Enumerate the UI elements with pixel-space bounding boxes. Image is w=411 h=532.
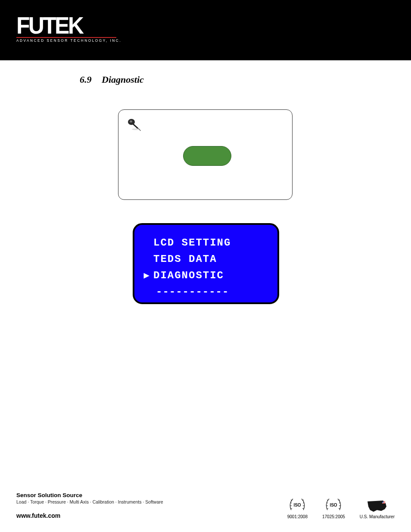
badge-label: U.S. Manufacturer bbox=[360, 514, 395, 519]
svg-point-2 bbox=[132, 128, 140, 130]
badge-label: 9001:2008 bbox=[287, 514, 308, 519]
lcd-text: TEDS DATA bbox=[153, 253, 217, 265]
svg-text:ISO: ISO bbox=[330, 503, 337, 507]
footer-badges: ISO 9001:2008 ISO 17025:2005 bbox=[287, 497, 395, 519]
svg-rect-9 bbox=[382, 501, 383, 503]
brand-logo: FUTEK ADVANCED SENSOR TECHNOLOGY, INC. bbox=[16, 15, 121, 43]
brand-tagline: ADVANCED SENSOR TECHNOLOGY, INC. bbox=[16, 39, 121, 43]
lcd-text: LCD SETTING bbox=[153, 237, 231, 249]
row-marker-active: ▶ bbox=[140, 270, 153, 281]
section-heading: 6.9 Diagnostic bbox=[80, 74, 144, 85]
lcd-text: ----------- bbox=[156, 286, 229, 298]
lcd-display: LCD SETTING TEDS DATA ▶ DIAGNOSTIC -----… bbox=[133, 223, 279, 304]
lcd-row-2: TEDS DATA bbox=[140, 251, 271, 267]
page-footer: Sensor Solution Source Load · Torque · P… bbox=[16, 492, 395, 519]
lcd-row-3: ▶ DIAGNOSTIC bbox=[140, 267, 271, 283]
section-title: Diagnostic bbox=[102, 74, 144, 85]
laurel-iso-icon: ISO bbox=[324, 497, 343, 513]
lcd-row-1: LCD SETTING bbox=[140, 234, 271, 251]
badge-iso17025: ISO 17025:2005 bbox=[322, 497, 345, 519]
pushpin-icon bbox=[126, 118, 145, 133]
note-card bbox=[118, 109, 293, 200]
svg-rect-8 bbox=[382, 503, 385, 504]
svg-text:ISO: ISO bbox=[294, 503, 301, 507]
header-band: FUTEK ADVANCED SENSOR TECHNOLOGY, INC. bbox=[0, 0, 411, 60]
lcd-row-4: ----------- bbox=[140, 283, 271, 300]
green-pill-button[interactable] bbox=[183, 146, 231, 166]
badge-label: 17025:2005 bbox=[322, 514, 345, 519]
section-number: 6.9 bbox=[80, 74, 92, 85]
badge-iso9001: ISO 9001:2008 bbox=[287, 497, 308, 519]
badge-us-manufacturer: U.S. Manufacturer bbox=[360, 499, 395, 519]
svg-point-1 bbox=[130, 121, 132, 123]
us-map-icon bbox=[366, 499, 388, 513]
brand-word: FUTEK bbox=[16, 15, 113, 36]
laurel-iso-icon: ISO bbox=[288, 497, 307, 513]
lcd-text: DIAGNOSTIC bbox=[153, 270, 224, 281]
